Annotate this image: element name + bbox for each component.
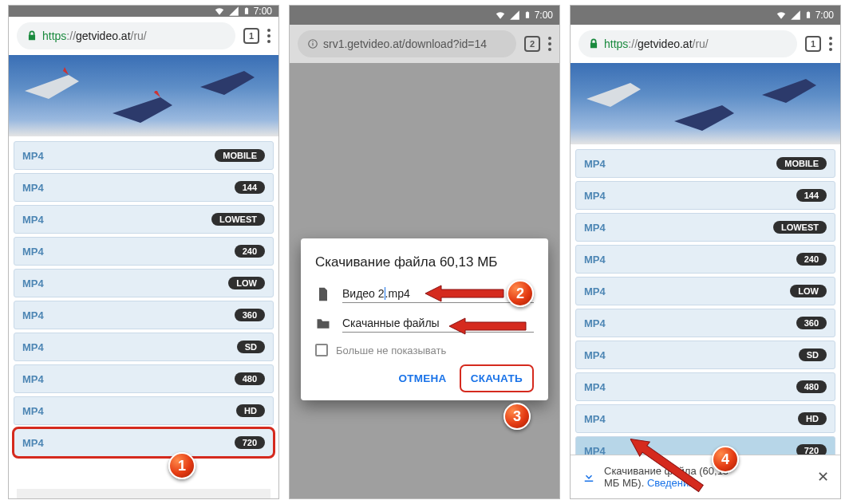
format-row[interactable]: MP4144 xyxy=(575,181,835,210)
battery-icon xyxy=(804,10,812,21)
format-row[interactable]: MP4LOW xyxy=(575,277,835,305)
svg-marker-9 xyxy=(449,318,526,334)
signal-icon xyxy=(790,10,801,21)
format-row[interactable]: MP4SD xyxy=(14,333,274,361)
svg-marker-4 xyxy=(200,71,255,95)
svg-rect-6 xyxy=(312,43,313,46)
format-list: MP4MOBILE MP4144 MP4LOWEST MP4240 MP4LOW… xyxy=(9,136,278,465)
dialog-title: Скачивание файла 60,13 МБ xyxy=(315,254,534,270)
annotation-badge-3: 3 xyxy=(503,403,531,430)
status-time: 7:00 xyxy=(254,6,272,17)
annotation-badge-2: 2 xyxy=(507,280,534,307)
annotation-badge-4: 4 xyxy=(712,446,739,473)
tab-switcher[interactable]: 1 xyxy=(805,36,821,52)
dont-show-checkbox[interactable]: Больше не показывать xyxy=(315,344,534,356)
phone-center: 7:00 srv1.getvideo.at/download?id=14 2 С… xyxy=(289,5,560,499)
svg-marker-3 xyxy=(154,91,160,97)
format-row[interactable]: MP4MOBILE xyxy=(575,149,835,178)
file-icon xyxy=(315,286,331,302)
format-row[interactable]: MP4360 xyxy=(14,301,274,329)
menu-icon[interactable] xyxy=(267,29,270,43)
menu-icon[interactable] xyxy=(829,37,832,51)
svg-rect-7 xyxy=(312,41,313,42)
phone-left: 7:00 https://getvideo.at/ru/ 1 MP4MOBILE… xyxy=(8,5,279,499)
status-time: 7:00 xyxy=(815,10,834,21)
page-content: MP4MOBILE MP4144 MP4LOWEST MP4240 MP4LOW… xyxy=(571,63,840,498)
browser-toolbar: https://getvideo.at/ru/ 1 xyxy=(571,25,840,63)
format-row-720[interactable]: MP4720 xyxy=(14,428,274,457)
video-thumbnail[interactable] xyxy=(9,55,278,136)
checkbox-icon[interactable] xyxy=(315,344,328,356)
download-progress-icon xyxy=(582,470,596,484)
format-row[interactable]: MP4HD xyxy=(14,396,274,425)
format-row[interactable]: MP4240 xyxy=(575,245,835,274)
cancel-button[interactable]: ОТМЕНА xyxy=(389,366,456,391)
format-row[interactable]: MP4240 xyxy=(14,237,274,266)
annotation-arrow xyxy=(449,317,527,336)
download-button[interactable]: СКАЧАТЬ xyxy=(460,364,534,392)
address-bar[interactable]: https://getvideo.at/ru/ xyxy=(17,22,235,49)
phone-right: 7:00 https://getvideo.at/ru/ 1 MP4MOBILE… xyxy=(570,5,841,499)
tab-switcher[interactable]: 2 xyxy=(524,36,540,52)
page-content: Скачивание файла 60,13 МБ Видео 2.mp4 Ск… xyxy=(290,63,559,498)
format-row[interactable]: MP4LOWEST xyxy=(575,213,835,242)
lock-icon xyxy=(588,38,599,49)
battery-icon xyxy=(243,6,251,17)
format-row[interactable]: MP4SD xyxy=(575,341,835,369)
battery-icon xyxy=(523,10,531,21)
format-row[interactable]: MP4144 xyxy=(14,173,274,202)
svg-marker-12 xyxy=(762,79,816,103)
format-row[interactable]: MP4MOBILE xyxy=(14,141,274,170)
status-bar: 7:00 xyxy=(571,6,840,25)
status-time: 7:00 xyxy=(535,10,553,21)
svg-rect-13 xyxy=(585,481,594,482)
status-bar: 7:00 xyxy=(290,6,559,25)
svg-marker-10 xyxy=(586,83,641,107)
svg-marker-1 xyxy=(63,67,69,75)
address-bar[interactable]: https://getvideo.at/ru/ xyxy=(579,30,797,57)
menu-icon[interactable] xyxy=(548,37,551,51)
format-row[interactable]: MP4480 xyxy=(14,364,274,393)
page-content: MP4MOBILE MP4144 MP4LOWEST MP4240 MP4LOW… xyxy=(9,55,278,499)
wifi-icon xyxy=(214,6,225,17)
download-snackbar: Скачивание файла (60,13 МБ МБ). Сведения… xyxy=(571,455,840,498)
wifi-icon xyxy=(776,10,787,21)
browser-toolbar: https://getvideo.at/ru/ 1 xyxy=(9,17,278,55)
status-bar: 7:00 xyxy=(9,6,278,17)
footer-home-tab[interactable]: Главная xyxy=(17,489,270,499)
svg-marker-11 xyxy=(674,105,734,131)
close-icon[interactable]: ✕ xyxy=(817,468,829,486)
format-row[interactable]: MP4360 xyxy=(575,309,835,337)
info-icon xyxy=(307,38,318,49)
signal-icon xyxy=(228,6,239,17)
svg-marker-0 xyxy=(25,75,79,99)
tab-switcher[interactable]: 1 xyxy=(243,28,259,44)
svg-marker-2 xyxy=(113,97,172,123)
wifi-icon xyxy=(495,10,506,21)
annotation-arrow xyxy=(425,284,505,303)
folder-icon xyxy=(315,316,331,332)
svg-marker-8 xyxy=(425,285,503,301)
lock-icon xyxy=(26,30,38,41)
format-row[interactable]: MP4480 xyxy=(575,372,835,401)
address-bar[interactable]: srv1.getvideo.at/download?id=14 xyxy=(298,30,516,57)
video-thumbnail[interactable] xyxy=(571,63,840,144)
format-list: MP4MOBILE MP4144 MP4LOWEST MP4240 MP4LOW… xyxy=(571,144,840,473)
format-row[interactable]: MP4LOW xyxy=(14,269,274,297)
signal-icon xyxy=(509,10,520,21)
annotation-badge-1: 1 xyxy=(168,452,195,479)
browser-toolbar: srv1.getvideo.at/download?id=14 2 xyxy=(290,25,559,63)
format-row[interactable]: MP4HD xyxy=(575,404,835,433)
format-row[interactable]: MP4LOWEST xyxy=(14,205,274,234)
